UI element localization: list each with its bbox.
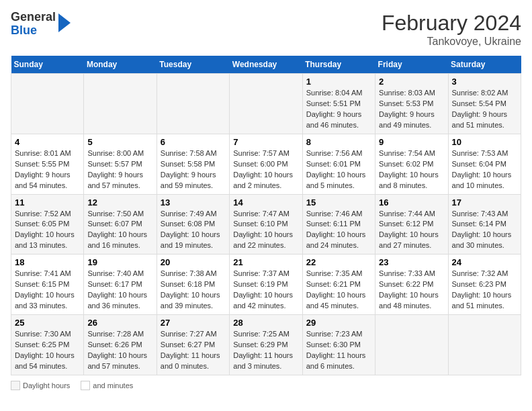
day-number: 27: [161, 318, 226, 328]
header-day-thursday: Thursday: [302, 56, 375, 74]
day-info: Sunrise: 7:37 AMSunset: 6:19 PMDaylight:…: [233, 269, 298, 312]
day-number: 1: [306, 77, 371, 87]
calendar-cell: 8Sunrise: 7:56 AMSunset: 6:01 PMDaylight…: [302, 134, 375, 194]
legend-and-minutes-label: and minutes: [93, 381, 133, 390]
calendar-cell: 12Sunrise: 7:50 AMSunset: 6:07 PMDayligh…: [84, 194, 157, 255]
day-info: Sunrise: 7:56 AMSunset: 6:01 PMDaylight:…: [306, 148, 371, 191]
calendar-cell: 17Sunrise: 7:43 AMSunset: 6:14 PMDayligh…: [448, 194, 521, 255]
logo-arrow-icon: [58, 13, 71, 32]
day-number: 7: [233, 137, 298, 147]
header-day-monday: Monday: [84, 56, 157, 74]
calendar-week-1: 1Sunrise: 8:04 AMSunset: 5:51 PMDaylight…: [11, 74, 521, 134]
day-number: 11: [15, 197, 80, 208]
calendar-cell: 20Sunrise: 7:38 AMSunset: 6:18 PMDayligh…: [157, 255, 229, 315]
day-number: 23: [379, 257, 444, 267]
calendar-cell: 28Sunrise: 7:25 AMSunset: 6:29 PMDayligh…: [230, 315, 302, 375]
calendar-cell: [84, 74, 157, 134]
calendar-cell: [157, 74, 229, 134]
day-info: Sunrise: 7:49 AMSunset: 6:08 PMDaylight:…: [161, 209, 226, 252]
legend-box-white: [81, 381, 90, 390]
calendar-cell: [230, 74, 302, 134]
day-info: Sunrise: 8:00 AMSunset: 5:57 PMDaylight:…: [87, 148, 152, 191]
day-number: 12: [87, 197, 152, 208]
calendar-cell: 10Sunrise: 7:53 AMSunset: 6:04 PMDayligh…: [448, 134, 521, 194]
header-day-sunday: Sunday: [11, 56, 84, 74]
calendar-cell: 5Sunrise: 8:00 AMSunset: 5:57 PMDaylight…: [84, 134, 157, 194]
calendar-table: SundayMondayTuesdayWednesdayThursdayFrid…: [11, 56, 521, 375]
calendar-cell: 22Sunrise: 7:35 AMSunset: 6:21 PMDayligh…: [302, 255, 375, 315]
day-info: Sunrise: 8:03 AMSunset: 5:53 PMDaylight:…: [379, 88, 444, 131]
day-number: 4: [15, 137, 80, 147]
day-number: 28: [233, 318, 298, 328]
day-info: Sunrise: 7:41 AMSunset: 6:15 PMDaylight:…: [15, 269, 80, 312]
day-number: 24: [452, 257, 517, 267]
day-info: Sunrise: 7:57 AMSunset: 6:00 PMDaylight:…: [233, 148, 298, 191]
calendar-cell: 1Sunrise: 8:04 AMSunset: 5:51 PMDaylight…: [302, 74, 375, 134]
day-info: Sunrise: 7:40 AMSunset: 6:17 PMDaylight:…: [87, 269, 152, 312]
day-number: 16: [379, 197, 444, 208]
day-info: Sunrise: 7:54 AMSunset: 6:02 PMDaylight:…: [379, 148, 444, 191]
day-info: Sunrise: 7:52 AMSunset: 6:05 PMDaylight:…: [15, 209, 80, 252]
day-number: 10: [452, 137, 517, 147]
day-info: Sunrise: 8:02 AMSunset: 5:54 PMDaylight:…: [452, 88, 517, 131]
day-info: Sunrise: 7:25 AMSunset: 6:29 PMDaylight:…: [233, 329, 298, 372]
day-info: Sunrise: 8:04 AMSunset: 5:51 PMDaylight:…: [306, 88, 371, 131]
header-day-wednesday: Wednesday: [230, 56, 302, 74]
day-info: Sunrise: 7:30 AMSunset: 6:25 PMDaylight:…: [15, 329, 80, 372]
calendar-week-4: 18Sunrise: 7:41 AMSunset: 6:15 PMDayligh…: [11, 255, 521, 315]
day-info: Sunrise: 7:53 AMSunset: 6:04 PMDaylight:…: [452, 148, 517, 191]
calendar-cell: [11, 74, 84, 134]
page-header: General Blue February 2024 Tankovoye, Uk…: [11, 11, 521, 48]
calendar-week-3: 11Sunrise: 7:52 AMSunset: 6:05 PMDayligh…: [11, 194, 521, 255]
calendar-cell: 2Sunrise: 8:03 AMSunset: 5:53 PMDaylight…: [375, 74, 448, 134]
day-number: 3: [452, 77, 517, 87]
legend-daylight: Daylight hours: [11, 381, 70, 390]
day-info: Sunrise: 7:44 AMSunset: 6:12 PMDaylight:…: [379, 209, 444, 252]
day-number: 26: [87, 318, 152, 328]
calendar-cell: 14Sunrise: 7:47 AMSunset: 6:10 PMDayligh…: [230, 194, 302, 255]
logo-text: General Blue: [11, 11, 56, 38]
calendar-cell: 6Sunrise: 7:58 AMSunset: 5:58 PMDaylight…: [157, 134, 229, 194]
day-info: Sunrise: 7:32 AMSunset: 6:23 PMDaylight:…: [452, 269, 517, 312]
calendar-cell: 23Sunrise: 7:33 AMSunset: 6:22 PMDayligh…: [375, 255, 448, 315]
day-number: 6: [161, 137, 226, 147]
day-info: Sunrise: 7:46 AMSunset: 6:11 PMDaylight:…: [306, 209, 371, 252]
header-day-friday: Friday: [375, 56, 448, 74]
calendar-week-5: 25Sunrise: 7:30 AMSunset: 6:25 PMDayligh…: [11, 315, 521, 375]
day-number: 17: [452, 197, 517, 208]
calendar-subtitle: Tankovoye, Ukraine: [382, 36, 521, 48]
calendar-cell: 19Sunrise: 7:40 AMSunset: 6:17 PMDayligh…: [84, 255, 157, 315]
calendar-cell: 16Sunrise: 7:44 AMSunset: 6:12 PMDayligh…: [375, 194, 448, 255]
calendar-week-2: 4Sunrise: 8:01 AMSunset: 5:55 PMDaylight…: [11, 134, 521, 194]
day-number: 5: [87, 137, 152, 147]
calendar-title: February 2024: [382, 11, 521, 36]
calendar-cell: 18Sunrise: 7:41 AMSunset: 6:15 PMDayligh…: [11, 255, 84, 315]
logo-general: General: [11, 11, 56, 24]
day-info: Sunrise: 8:01 AMSunset: 5:55 PMDaylight:…: [15, 148, 80, 191]
header-day-saturday: Saturday: [448, 56, 521, 74]
day-number: 15: [306, 197, 371, 208]
day-number: 29: [306, 318, 371, 328]
day-info: Sunrise: 7:43 AMSunset: 6:14 PMDaylight:…: [452, 209, 517, 252]
day-number: 9: [379, 137, 444, 147]
day-info: Sunrise: 7:33 AMSunset: 6:22 PMDaylight:…: [379, 269, 444, 312]
day-number: 22: [306, 257, 371, 267]
day-info: Sunrise: 7:23 AMSunset: 6:30 PMDaylight:…: [306, 329, 371, 372]
calendar-cell: 4Sunrise: 8:01 AMSunset: 5:55 PMDaylight…: [11, 134, 84, 194]
calendar-header: SundayMondayTuesdayWednesdayThursdayFrid…: [11, 56, 521, 74]
header-row: SundayMondayTuesdayWednesdayThursdayFrid…: [11, 56, 521, 74]
calendar-cell: 11Sunrise: 7:52 AMSunset: 6:05 PMDayligh…: [11, 194, 84, 255]
logo-blue: Blue: [11, 24, 56, 38]
day-number: 21: [233, 257, 298, 267]
calendar-cell: 7Sunrise: 7:57 AMSunset: 6:00 PMDaylight…: [230, 134, 302, 194]
day-info: Sunrise: 7:58 AMSunset: 5:58 PMDaylight:…: [161, 148, 226, 191]
legend: Daylight hours and minutes: [11, 381, 521, 390]
day-info: Sunrise: 7:47 AMSunset: 6:10 PMDaylight:…: [233, 209, 298, 252]
calendar-cell: 13Sunrise: 7:49 AMSunset: 6:08 PMDayligh…: [157, 194, 229, 255]
calendar-cell: [375, 315, 448, 375]
day-number: 25: [15, 318, 80, 328]
calendar-cell: 26Sunrise: 7:28 AMSunset: 6:26 PMDayligh…: [84, 315, 157, 375]
calendar-cell: 24Sunrise: 7:32 AMSunset: 6:23 PMDayligh…: [448, 255, 521, 315]
calendar-cell: 25Sunrise: 7:30 AMSunset: 6:25 PMDayligh…: [11, 315, 84, 375]
day-info: Sunrise: 7:35 AMSunset: 6:21 PMDaylight:…: [306, 269, 371, 312]
